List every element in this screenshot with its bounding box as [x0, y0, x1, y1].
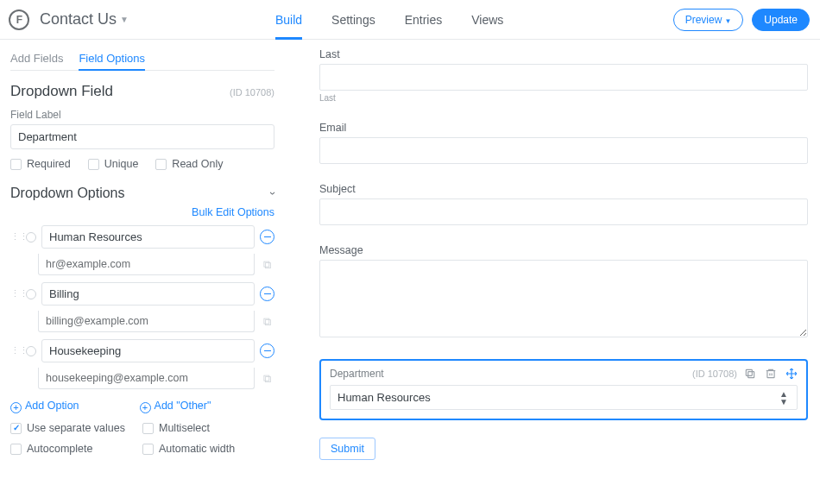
subtab-add-fields[interactable]: Add Fields — [10, 47, 63, 70]
tab-entries[interactable]: Entries — [405, 0, 443, 39]
preview-field-subject[interactable]: Subject — [319, 183, 808, 225]
update-button[interactable]: Update — [752, 9, 810, 31]
bulk-edit-link[interactable]: Bulk Edit Options — [10, 206, 274, 218]
caret-down-icon: ▼ — [724, 17, 731, 25]
checkbox-icon — [10, 159, 22, 170]
subtab-field-options[interactable]: Field Options — [79, 47, 145, 70]
preview-field-last[interactable]: Last Last — [319, 48, 808, 103]
option-value-input[interactable] — [38, 311, 255, 332]
preview-field-email[interactable]: Email — [319, 122, 808, 164]
checkbox-icon — [142, 423, 154, 434]
selected-field-department[interactable]: Department (ID 10708) Human Resources — [319, 359, 808, 420]
chevron-down-icon[interactable]: ▼ — [120, 15, 129, 24]
duplicate-icon[interactable] — [744, 368, 756, 380]
app-logo: F — [9, 9, 29, 30]
drag-handle-icon[interactable]: ⋮⋮ — [10, 231, 21, 243]
checkbox-use-separate-values[interactable]: Use separate values — [10, 422, 142, 434]
checkbox-unique[interactable]: Unique — [88, 158, 139, 170]
add-other-link[interactable]: +Add "Other" — [140, 400, 211, 412]
field-label-caption: Field Label — [10, 109, 274, 121]
option-value-input[interactable] — [38, 368, 255, 389]
form-title[interactable]: Contact Us — [40, 10, 117, 28]
field-type-heading: Dropdown Field — [10, 83, 113, 100]
submit-button[interactable]: Submit — [319, 438, 375, 460]
option-row: ⋮⋮ — [10, 225, 274, 249]
option-row: ⋮⋮ — [10, 282, 274, 306]
plus-icon: + — [140, 402, 151, 413]
remove-option-button[interactable] — [260, 343, 274, 358]
option-label-input[interactable] — [41, 282, 255, 306]
remove-option-button[interactable] — [260, 230, 274, 244]
message-textarea[interactable] — [319, 260, 808, 337]
field-label-input[interactable] — [10, 124, 274, 149]
field-id-badge: (ID 10708) — [230, 87, 274, 98]
option-label-input[interactable] — [41, 225, 255, 249]
chevron-down-icon: › — [267, 192, 279, 195]
copy-icon[interactable]: ⧉ — [260, 258, 274, 272]
preview-button[interactable]: Preview▼ — [673, 9, 744, 31]
preview-field-message[interactable]: Message — [319, 244, 808, 340]
copy-icon[interactable]: ⧉ — [260, 372, 274, 386]
department-select[interactable]: Human Resources ▲▼ — [330, 385, 798, 410]
plus-icon: + — [10, 402, 22, 413]
checkbox-multiselect[interactable]: Multiselect — [142, 422, 274, 434]
svg-rect-0 — [748, 372, 754, 378]
sort-icon: ▲▼ — [779, 390, 788, 406]
default-radio[interactable] — [26, 232, 36, 243]
option-label-input[interactable] — [41, 339, 255, 362]
checkbox-read-only[interactable]: Read Only — [155, 158, 223, 170]
tab-views[interactable]: Views — [471, 0, 503, 39]
drag-handle-icon[interactable]: ⋮⋮ — [10, 345, 21, 356]
svg-rect-1 — [746, 369, 752, 375]
tab-build[interactable]: Build — [275, 0, 302, 39]
delete-icon[interactable] — [765, 368, 777, 380]
option-row: ⋮⋮ — [10, 339, 274, 362]
checkbox-icon — [155, 159, 167, 170]
checkbox-autocomplete[interactable]: Autocomplete — [10, 443, 142, 455]
checkbox-icon — [10, 423, 22, 434]
last-name-input[interactable] — [319, 64, 808, 91]
remove-option-button[interactable] — [260, 287, 274, 301]
checkbox-required[interactable]: Required — [10, 158, 71, 170]
selected-field-label: Department — [330, 368, 384, 380]
checkbox-auto-width[interactable]: Automatic width — [142, 443, 274, 455]
default-radio[interactable] — [26, 289, 36, 299]
email-input[interactable] — [319, 137, 808, 164]
checkbox-icon — [142, 444, 154, 455]
add-option-link[interactable]: +Add Option — [10, 400, 79, 412]
default-radio[interactable] — [26, 346, 36, 356]
selected-field-id: (ID 10708) — [692, 369, 737, 379]
subject-input[interactable] — [319, 198, 808, 225]
svg-rect-2 — [767, 371, 774, 378]
tab-settings[interactable]: Settings — [331, 0, 375, 39]
checkbox-icon — [10, 444, 22, 455]
checkbox-icon — [88, 159, 99, 170]
move-icon[interactable] — [785, 368, 798, 380]
option-value-input[interactable] — [38, 254, 255, 275]
dropdown-options-toggle[interactable]: Dropdown Options › — [10, 186, 274, 201]
copy-icon[interactable]: ⧉ — [260, 315, 274, 329]
drag-handle-icon[interactable]: ⋮⋮ — [10, 288, 21, 299]
